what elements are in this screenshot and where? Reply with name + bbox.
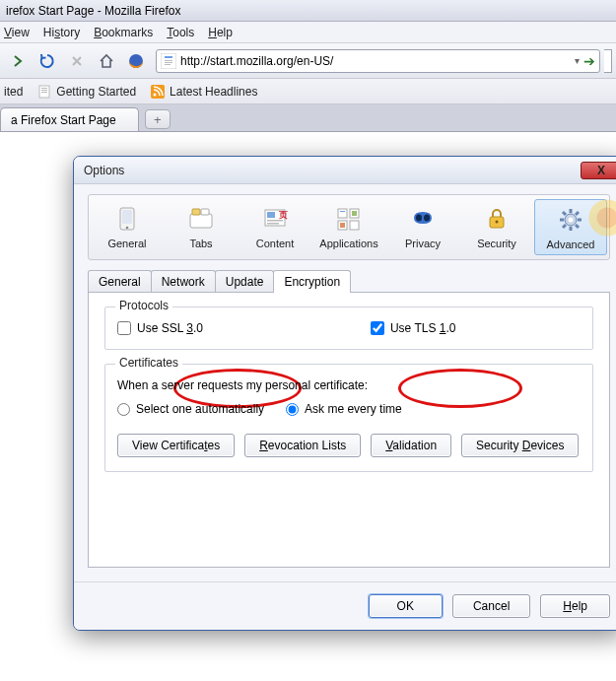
radio-ask-every-time-input[interactable] [286, 403, 299, 416]
bookmark-label: ited [4, 85, 23, 99]
category-label: Advanced [547, 238, 595, 250]
svg-rect-5 [165, 64, 171, 65]
svg-line-39 [563, 212, 566, 215]
menu-view[interactable]: VViewiew [4, 26, 30, 39]
close-icon: X [597, 164, 605, 177]
cancel-button[interactable]: Cancel [452, 594, 530, 618]
radio-select-auto-input[interactable] [117, 403, 130, 416]
new-tab-button[interactable]: + [145, 109, 171, 129]
svg-rect-29 [340, 223, 345, 228]
category-privacy[interactable]: Privacy [386, 199, 459, 255]
security-devices-button[interactable]: Security Devices [461, 434, 579, 457]
certificates-prompt: When a server requests my personal certi… [117, 378, 581, 392]
menu-bookmarks[interactable]: Bookmarks [94, 26, 153, 39]
svg-point-30 [416, 215, 422, 222]
reload-icon [38, 52, 56, 70]
category-label: Applications [319, 238, 377, 249]
applications-icon [333, 203, 365, 235]
url-dropdown[interactable]: ▾ [575, 55, 580, 66]
dialog-title: Options [84, 164, 124, 177]
window-titlebar: irefox Start Page - Mozilla Firefox [0, 0, 616, 22]
protocols-legend: Protocols [115, 299, 172, 312]
checkbox-ssl3-input[interactable] [117, 321, 131, 335]
ok-button[interactable]: OK [369, 594, 443, 618]
svg-point-31 [424, 215, 430, 222]
checkbox-tls1-input[interactable] [371, 321, 384, 335]
menu-tools[interactable]: Tools [167, 26, 194, 39]
certificates-legend: Certificates [115, 356, 182, 370]
category-label: Security [477, 238, 516, 249]
menu-history[interactable]: History [43, 26, 80, 39]
svg-point-14 [126, 227, 129, 230]
subtab-update[interactable]: Update [215, 270, 275, 293]
tabs-icon [185, 203, 217, 235]
protocols-group: Protocols Use SSL 3.0 Use TLS 1.0 [104, 306, 593, 350]
validation-button[interactable]: Validation [371, 434, 451, 457]
category-content[interactable]: 页 Content [239, 199, 311, 255]
home-button[interactable] [93, 47, 120, 75]
help-button[interactable]: Help [540, 594, 610, 618]
menu-help[interactable]: Help [208, 26, 233, 39]
stop-icon [70, 54, 84, 68]
url-bar[interactable]: ▾ ➔ [156, 49, 600, 73]
view-certificates-button[interactable]: View Certificates [117, 434, 235, 457]
svg-line-40 [576, 225, 579, 228]
privacy-icon [407, 203, 439, 235]
search-box-edge[interactable] [604, 49, 612, 73]
svg-point-33 [496, 221, 499, 224]
checkbox-ssl3[interactable]: Use SSL 3.0 [117, 321, 203, 335]
svg-rect-17 [201, 209, 209, 215]
svg-rect-2 [165, 56, 172, 58]
svg-rect-16 [192, 209, 200, 215]
tab-label: a Firefox Start Page [11, 113, 116, 127]
reload-button[interactable] [34, 47, 61, 75]
firefox-favicon [122, 47, 150, 75]
checkbox-tls1[interactable]: Use TLS 1.0 [371, 321, 456, 335]
general-icon [111, 203, 143, 235]
category-tabs[interactable]: Tabs [165, 199, 238, 255]
go-button[interactable]: ➔ [583, 53, 595, 69]
close-button[interactable]: X [581, 162, 616, 179]
svg-line-42 [563, 225, 566, 228]
bookmark-label: Getting Started [56, 85, 136, 99]
bookmark-most-visited[interactable]: ited [4, 85, 23, 99]
advanced-subtabs: General Network Update Encryption [88, 270, 610, 293]
encryption-panel: Protocols Use SSL 3.0 Use TLS 1.0 [88, 292, 610, 568]
home-icon [98, 52, 115, 70]
bookmark-getting-started[interactable]: Getting Started [36, 84, 136, 100]
category-general[interactable]: General [91, 199, 164, 255]
category-applications[interactable]: Applications [312, 199, 385, 255]
dialog-footer: OK Cancel Help [74, 581, 616, 630]
rss-icon [150, 84, 166, 100]
site-favicon [161, 53, 176, 69]
svg-rect-15 [190, 214, 212, 228]
window-title: irefox Start Page - Mozilla Firefox [6, 4, 180, 18]
svg-rect-20 [267, 220, 283, 222]
svg-rect-8 [41, 90, 47, 91]
svg-rect-28 [352, 211, 357, 216]
bookmarks-toolbar: ited Getting Started Latest Headlines [0, 79, 616, 104]
subtab-general[interactable]: General [88, 270, 152, 293]
back-button[interactable] [4, 47, 32, 75]
dialog-titlebar[interactable]: Options X [74, 157, 616, 184]
content-icon: 页 [259, 203, 291, 235]
category-label: Content [256, 238, 295, 249]
dialog-body: General Tabs 页 Content Applications [74, 184, 616, 581]
subtab-network[interactable]: Network [151, 270, 216, 293]
radio-select-auto[interactable]: Select one automatically [117, 402, 264, 416]
firefox-icon [127, 52, 145, 70]
category-security[interactable]: Security [460, 199, 533, 255]
radio-ask-every-time[interactable]: Ask me every time [286, 402, 402, 416]
category-advanced[interactable]: Advanced [534, 199, 607, 255]
tab-active[interactable]: a Firefox Start Page [0, 107, 139, 131]
bookmark-latest-headlines[interactable]: Latest Headlines [150, 84, 257, 100]
category-label: Tabs [189, 238, 212, 249]
content-area: arch e W Options X General Tab [0, 132, 616, 681]
options-dialog-wrapper: Options X General Tabs [73, 156, 616, 631]
svg-rect-4 [165, 62, 172, 63]
svg-rect-19 [267, 212, 275, 218]
subtab-encryption[interactable]: Encryption [273, 270, 351, 293]
revocation-lists-button[interactable]: Revocation Lists [244, 434, 361, 457]
svg-rect-21 [267, 223, 279, 225]
url-input[interactable] [180, 54, 571, 68]
